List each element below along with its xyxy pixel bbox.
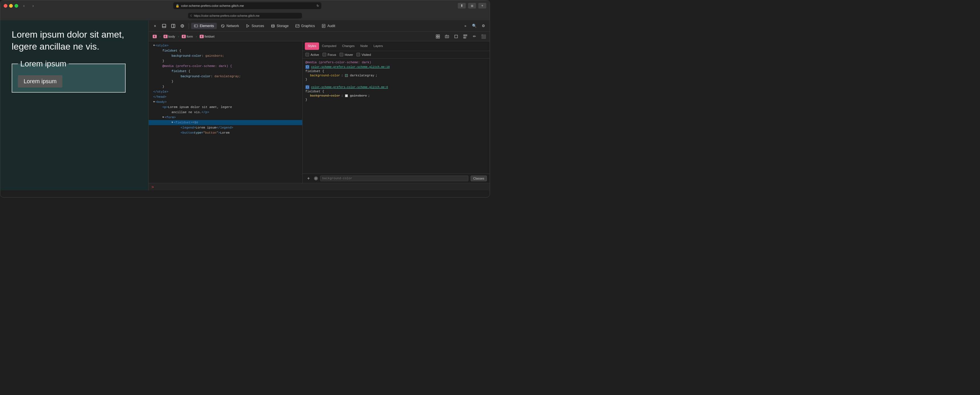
tab-audit[interactable]: Audit bbox=[319, 23, 338, 29]
html-line-legend[interactable]: <legend> Lorem ipsum </legend> bbox=[149, 125, 302, 130]
new-tab-button[interactable]: + bbox=[478, 3, 486, 8]
status-bar: > bbox=[149, 183, 490, 190]
tab-elements[interactable]: Elements bbox=[191, 23, 217, 29]
html-line-close1[interactable]: } bbox=[149, 59, 302, 64]
hover-label: Hover bbox=[345, 53, 353, 56]
html-line-fieldset2[interactable]: fieldset { bbox=[149, 68, 302, 74]
forward-button[interactable]: › bbox=[30, 3, 37, 8]
settings-button[interactable]: ⚙ bbox=[479, 22, 487, 30]
classes-button[interactable]: Classes bbox=[471, 175, 487, 181]
tab-more-button[interactable]: » bbox=[461, 23, 469, 29]
tab-changes[interactable]: Changes bbox=[339, 43, 358, 50]
breadcrumb-form-label: form bbox=[186, 35, 193, 38]
fieldset-button[interactable]: Lorem ipsum bbox=[18, 75, 62, 88]
html-line-fieldset-selected[interactable]: ▼ <fieldset> = $0 bbox=[149, 120, 302, 125]
tab-node[interactable]: Node bbox=[358, 43, 371, 50]
html-line-bg-gainsboro[interactable]: background-color : gainsboro; bbox=[149, 53, 302, 59]
breadcrumb-sep-2: › bbox=[196, 35, 197, 38]
devtools-close-button[interactable]: × bbox=[151, 22, 159, 30]
html-line-bg-dark[interactable]: background-color : darkslategray; bbox=[149, 74, 302, 79]
back-button[interactable]: ‹ bbox=[21, 3, 27, 8]
source-link-2[interactable]: color-scheme-prefers-color-scheme.glitch… bbox=[311, 86, 388, 89]
dock-side-button[interactable] bbox=[169, 22, 177, 30]
dock-bottom-button[interactable] bbox=[160, 22, 168, 30]
hover-checkbox[interactable] bbox=[340, 53, 343, 56]
breadcrumb-root[interactable]: E bbox=[151, 34, 158, 39]
color-swatch-dark bbox=[345, 74, 348, 77]
tab-styles[interactable]: Styles bbox=[305, 43, 319, 50]
console-input[interactable] bbox=[156, 185, 487, 189]
minimize-button[interactable] bbox=[9, 4, 13, 8]
maximize-button[interactable] bbox=[14, 4, 18, 8]
breadcrumb-e-icon: E bbox=[153, 35, 157, 38]
html-line-fieldset1[interactable]: fieldset { bbox=[149, 48, 302, 53]
html-line-head-close[interactable]: </head> bbox=[149, 94, 302, 99]
node-grid-btn[interactable] bbox=[461, 32, 469, 40]
node-edit-btn[interactable]: ✏ bbox=[470, 32, 478, 40]
url-bar[interactable]: 🔒 color-scheme-prefers-color-scheme.glit… bbox=[173, 2, 321, 9]
html-line-style-close[interactable]: </style> bbox=[149, 89, 302, 94]
node-box-btn[interactable] bbox=[452, 32, 460, 40]
breadcrumb-fieldset[interactable]: E fieldset bbox=[198, 34, 216, 39]
tab-network[interactable]: Network bbox=[218, 23, 242, 29]
media-query-selector: @media (prefers-color-scheme: dark) bbox=[305, 61, 487, 64]
svg-point-10 bbox=[272, 24, 274, 25]
filter-active[interactable]: Active bbox=[305, 53, 319, 56]
grid-icon bbox=[463, 35, 467, 38]
tab-icon: C bbox=[190, 14, 192, 17]
tabs-button[interactable]: ⊞ bbox=[468, 3, 476, 8]
rule-base: {} color-scheme-prefers-color-scheme.gli… bbox=[305, 85, 487, 102]
node-screenshot-btn[interactable] bbox=[443, 32, 451, 40]
html-line-p[interactable]: <p> Lorem ipsum dolor sit amet, legere bbox=[149, 105, 302, 110]
node-layout-btn[interactable] bbox=[434, 32, 442, 40]
html-line-p2[interactable]: ancillae ne vis. </p> bbox=[149, 110, 302, 115]
rule-media-dark: @media (prefers-color-scheme: dark) {} c… bbox=[305, 61, 487, 81]
html-line-style[interactable]: ▼ <style> bbox=[149, 43, 302, 48]
share-button[interactable]: ⬆ bbox=[458, 3, 466, 8]
html-line-close2[interactable]: } bbox=[149, 79, 302, 84]
filter-visited[interactable]: Visited bbox=[356, 53, 371, 56]
svg-rect-2 bbox=[172, 24, 175, 28]
tab-computed[interactable]: Computed bbox=[319, 43, 339, 50]
reload-icon[interactable]: ↻ bbox=[317, 4, 319, 8]
tab-sources[interactable]: Sources bbox=[243, 23, 267, 29]
console-prompt: > bbox=[151, 185, 154, 189]
svg-rect-25 bbox=[446, 35, 447, 35]
html-line-form[interactable]: ▼ <form> bbox=[149, 115, 302, 120]
prop-row-1: background-color : darkslategray ; bbox=[305, 74, 487, 77]
breadcrumb-form[interactable]: E form bbox=[180, 34, 194, 39]
close-button[interactable] bbox=[4, 4, 7, 8]
tab-graphics-label: Graphics bbox=[301, 24, 315, 28]
tab-audit-label: Audit bbox=[327, 24, 335, 28]
url-text: color-scheme-prefers-color-scheme.glitch… bbox=[181, 4, 244, 7]
filter-focus[interactable]: Focus bbox=[323, 53, 336, 56]
visited-checkbox[interactable] bbox=[356, 53, 360, 56]
traffic-lights bbox=[4, 4, 18, 8]
tab-layers[interactable]: Layers bbox=[371, 43, 386, 50]
rule-close-2: } bbox=[305, 98, 487, 102]
html-line-media[interactable]: @media (prefers-color-scheme: dark) { bbox=[149, 64, 302, 68]
add-style-button[interactable]: + bbox=[305, 176, 312, 181]
sources-icon bbox=[246, 24, 250, 28]
html-line-button[interactable]: <button type= "button" > Lorem bbox=[149, 130, 302, 135]
search-button[interactable]: 🔍 bbox=[470, 22, 478, 30]
color-swatch-light bbox=[345, 94, 348, 97]
tab-storage[interactable]: Storage bbox=[268, 23, 291, 29]
secondary-url-bar[interactable]: C https://color-scheme-prefers-color-sch… bbox=[188, 13, 302, 19]
inspect-button[interactable] bbox=[178, 22, 186, 30]
source-link-1[interactable]: color-scheme-prefers-color-scheme.glitch… bbox=[311, 65, 390, 68]
style-filter-input[interactable] bbox=[320, 175, 468, 181]
active-checkbox[interactable] bbox=[305, 53, 309, 56]
main-area: Lorem ipsum dolor sit amet, legere ancil… bbox=[0, 20, 490, 190]
html-line-body[interactable]: ▼ <body> bbox=[149, 99, 302, 105]
tab-graphics[interactable]: Graphics bbox=[293, 23, 318, 29]
breadcrumb-body[interactable]: E body bbox=[162, 34, 177, 39]
curly-icon-1: {} bbox=[305, 65, 309, 69]
share-icon: ⬆ bbox=[460, 4, 463, 8]
node-highlight-btn[interactable]: ⬛ bbox=[479, 32, 487, 40]
pseudo-filters: Active Focus Hover Visited bbox=[302, 51, 490, 59]
box-icon bbox=[454, 35, 458, 38]
filter-hover[interactable]: Hover bbox=[340, 53, 353, 56]
focus-checkbox[interactable] bbox=[323, 53, 326, 56]
html-line-close3[interactable]: } bbox=[149, 84, 302, 89]
